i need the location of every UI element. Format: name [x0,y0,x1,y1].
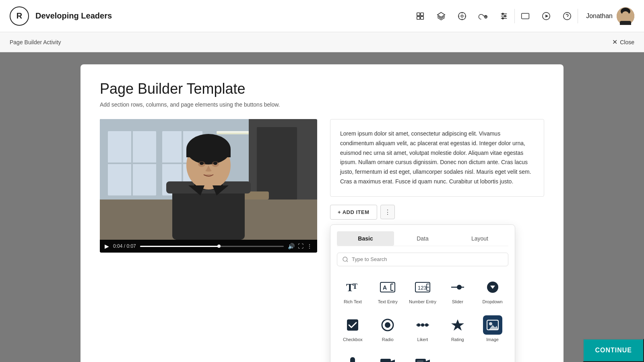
svg-point-73 [425,323,428,327]
user-avatar [617,7,634,25]
popup-item-rating[interactable]: Rating [442,312,473,345]
tab-layout[interactable]: Layout [451,231,508,246]
popup-item-checkbox[interactable]: Checkbox [337,312,369,345]
sub-nav: Page Builder Activity ✕ Close [0,32,644,52]
svg-point-17 [564,12,571,19]
video-controls: ▶ 0:04 / 0:07 🔊 ⛶ ⋮ [100,240,317,253]
popup-item-likert[interactable]: Likert [407,312,439,345]
svg-rect-14 [522,13,529,19]
lorem-text-block: Lorem ipsum dolor sit amet, consectetur … [330,119,544,197]
svg-marker-81 [391,360,395,362]
play-icon[interactable] [539,9,553,23]
popup-item-video[interactable]: Video [372,350,404,362]
svg-point-12 [504,15,506,17]
svg-point-46 [200,162,204,165]
search-icon [342,256,349,263]
popup-item-ai-video[interactable]: AI Video [407,350,439,362]
svg-rect-84 [417,360,423,362]
svg-point-64 [457,285,462,290]
add-item-button[interactable]: + ADD ITEM [330,205,377,220]
svg-point-21 [621,11,630,21]
popup-search-box [337,253,508,266]
svg-marker-16 [545,14,548,17]
popup-item-image[interactable]: Image [477,312,508,345]
popup-item-slider[interactable]: Slider [442,274,473,307]
more-options-button[interactable]: ⋮ [380,205,395,219]
svg-line-49 [347,261,348,262]
popup-item-label: Slider [452,299,463,304]
popup-item-label: Rating [451,337,464,342]
popup-item-label: Text Entry [378,299,398,304]
popup-item-rich-text[interactable]: T T Rich Text [337,274,369,307]
search-input[interactable] [352,256,503,262]
video-extra-controls: 🔊 ⛶ ⋮ [288,243,312,249]
svg-rect-0 [417,12,420,15]
svg-marker-77 [489,325,498,330]
sliders-icon[interactable] [497,9,511,23]
page-subtitle: Add section rows, columns, and page elem… [100,101,544,108]
layers-icon[interactable] [434,9,448,23]
top-nav: R Developing Leaders [0,0,644,32]
video-progress-bar[interactable] [140,246,284,247]
continue-button[interactable]: CONTINUE [583,339,644,362]
settings-circle-icon[interactable] [455,9,469,23]
add-item-popup: Basic Data Layout [330,224,515,362]
svg-point-76 [489,322,492,325]
close-label: Close [620,39,634,45]
svg-rect-22 [620,21,631,25]
svg-marker-83 [426,360,430,362]
nav-icons-group [413,9,511,23]
popup-item-label: Number Entry [409,299,436,304]
popup-item-number-entry[interactable]: 123 Number Entry [407,274,439,307]
svg-rect-43 [186,149,231,157]
popup-item-radio[interactable]: Radio [372,312,404,345]
popup-item-text-entry[interactable]: A Text Entry [372,274,404,307]
page-title: Page Builder Template [100,80,544,97]
sub-nav-title: Page Builder Activity [10,39,612,45]
help-icon[interactable] [560,9,574,23]
popup-item-label: Checkbox [343,337,363,342]
window-icon[interactable] [518,9,533,23]
user-profile[interactable]: Jonathan [586,7,634,25]
video-menu-icon[interactable]: ⋮ [307,243,312,249]
popup-tabs: Basic Data Layout [337,231,508,246]
popup-item-label: Rich Text [344,299,362,304]
popup-item-label: Likert [417,337,428,342]
popup-item-dropdown[interactable]: Dropdown [477,274,508,307]
svg-rect-2 [417,16,420,19]
popup-item-label: Radio [382,337,394,342]
svg-point-72 [421,323,424,327]
main-area: Page Builder Template Add section rows, … [0,52,644,362]
tab-basic[interactable]: Basic [337,231,394,246]
svg-point-47 [213,162,217,165]
svg-text:A: A [383,284,387,291]
svg-text:T: T [353,282,357,290]
svg-point-69 [385,322,390,328]
add-item-row: + ADD ITEM ⋮ [330,205,544,220]
video-time: 0:04 / 0:07 [113,243,136,249]
svg-point-6 [461,15,463,17]
cloud-upload-icon[interactable] [476,9,490,23]
close-button[interactable]: ✕ Close [612,38,634,46]
content-row: ▶ 0:04 / 0:07 🔊 ⛶ ⋮ [100,119,544,362]
table-icon[interactable] [413,9,427,23]
svg-text:123: 123 [418,285,427,291]
username-label: Jonathan [586,12,613,20]
popup-item-label: Dropdown [483,299,503,304]
video-play-button[interactable]: ▶ [105,243,109,249]
app-logo: R [10,6,29,26]
tab-data[interactable]: Data [394,231,451,246]
popup-item-audio[interactable]: Audio [337,350,369,362]
svg-marker-74 [451,319,464,331]
svg-point-71 [417,323,420,327]
video-fullscreen-icon[interactable]: ⛶ [298,243,303,249]
svg-rect-1 [421,12,423,15]
svg-point-13 [502,17,504,19]
svg-point-11 [502,13,504,14]
nav-divider-2 [578,9,578,23]
svg-point-48 [343,257,347,261]
svg-rect-34 [257,127,297,200]
app-title: Developing Leaders [35,11,413,21]
video-volume-icon[interactable]: 🔊 [288,243,295,249]
svg-rect-3 [421,16,423,19]
